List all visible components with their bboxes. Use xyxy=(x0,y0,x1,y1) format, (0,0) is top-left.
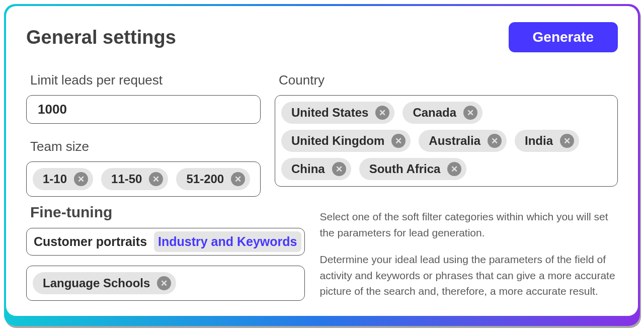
remove-tag-icon[interactable]: ✕ xyxy=(149,172,163,186)
remove-tag-icon[interactable]: ✕ xyxy=(447,162,461,176)
generate-button[interactable]: Generate xyxy=(509,22,618,52)
country-tag: Australia ✕ xyxy=(419,130,507,152)
fine-tabs: Customer portraits Industry and Keywords xyxy=(26,228,305,256)
country-tag: Canada ✕ xyxy=(403,102,482,124)
help-paragraph-1: Select one of the soft filter categories… xyxy=(320,209,618,240)
tag-label: Australia xyxy=(429,134,480,148)
help-paragraph-2: Determine your ideal lead using the para… xyxy=(320,252,618,299)
tag-label: India xyxy=(525,134,553,148)
left-column: Limit leads per request Team size 1-10 ✕… xyxy=(26,72,261,197)
country-box[interactable]: United States ✕ Canada ✕ United Kingdom … xyxy=(275,95,618,187)
tag-label: China xyxy=(291,162,325,176)
remove-tag-icon[interactable]: ✕ xyxy=(463,106,477,120)
settings-columns: Limit leads per request Team size 1-10 ✕… xyxy=(26,72,618,197)
fine-left: Fine-tuning Customer portraits Industry … xyxy=(26,204,305,310)
remove-tag-icon[interactable]: ✕ xyxy=(157,276,171,290)
tab-industry-keywords[interactable]: Industry and Keywords xyxy=(154,231,301,252)
tag-label: 11-50 xyxy=(111,172,142,186)
remove-tag-icon[interactable]: ✕ xyxy=(488,134,502,148)
right-column: Country United States ✕ Canada ✕ United … xyxy=(275,72,618,197)
team-size-box[interactable]: 1-10 ✕ 11-50 ✕ 51-200 ✕ xyxy=(26,161,261,197)
team-size-tag: 1-10 ✕ xyxy=(33,168,93,190)
page-title: General settings xyxy=(26,27,176,48)
tag-label: Canada xyxy=(413,106,456,120)
country-tag: United States ✕ xyxy=(281,102,394,124)
keywords-box[interactable]: Language Schools ✕ xyxy=(26,266,305,301)
tab-customer-portraits[interactable]: Customer portraits xyxy=(30,231,151,252)
tag-label: 51-200 xyxy=(186,172,224,186)
tag-label: South Africa xyxy=(369,162,441,176)
remove-tag-icon[interactable]: ✕ xyxy=(74,172,88,186)
fine-help-text: Select one of the soft filter categories… xyxy=(320,204,618,310)
tag-label: Language Schools xyxy=(43,276,150,290)
tag-label: 1-10 xyxy=(43,172,67,186)
country-tag: South Africa ✕ xyxy=(359,158,467,180)
settings-panel: General settings Generate Limit leads pe… xyxy=(6,6,638,316)
remove-tag-icon[interactable]: ✕ xyxy=(375,106,389,120)
country-tag: China ✕ xyxy=(281,158,351,180)
gradient-frame: General settings Generate Limit leads pe… xyxy=(4,4,640,326)
fine-tuning-title: Fine-tuning xyxy=(30,204,305,221)
country-label: Country xyxy=(279,72,618,88)
panel-header: General settings Generate xyxy=(26,22,618,52)
keyword-tag: Language Schools ✕ xyxy=(33,272,176,294)
team-size-tag: 11-50 ✕ xyxy=(101,168,168,190)
remove-tag-icon[interactable]: ✕ xyxy=(560,134,574,148)
remove-tag-icon[interactable]: ✕ xyxy=(391,134,406,148)
remove-tag-icon[interactable]: ✕ xyxy=(231,172,245,186)
limit-label: Limit leads per request xyxy=(30,72,261,88)
team-size-label: Team size xyxy=(30,139,261,154)
team-size-tag: 51-200 ✕ xyxy=(176,168,250,190)
remove-tag-icon[interactable]: ✕ xyxy=(332,162,346,176)
fine-tuning-row: Fine-tuning Customer portraits Industry … xyxy=(26,204,618,310)
country-tag: India ✕ xyxy=(515,130,579,152)
tag-label: United States xyxy=(291,106,368,120)
country-tag: United Kingdom ✕ xyxy=(281,130,411,152)
tag-label: United Kingdom xyxy=(291,134,384,148)
limit-input[interactable] xyxy=(26,95,261,124)
